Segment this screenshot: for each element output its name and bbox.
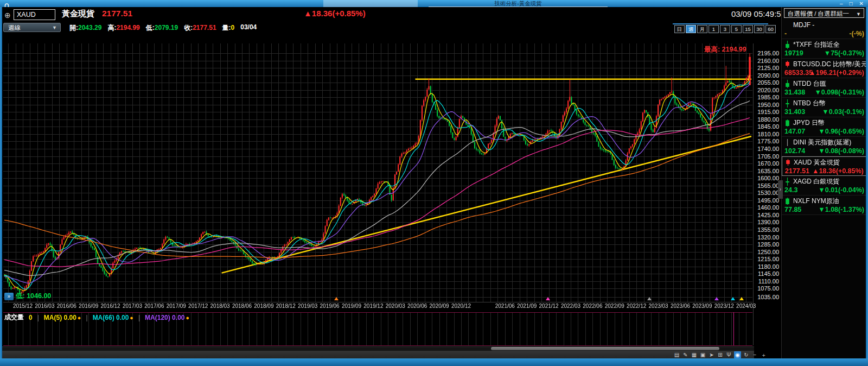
session-low-label: 低: 1046.00 <box>16 292 51 301</box>
price-tick: 1985.00 <box>754 94 779 100</box>
price-tick: 1145.00 <box>754 270 779 277</box>
bottom-toolbar: ▤✎▦▣➤⊞Ψ◉↻−＋ <box>2 351 754 358</box>
price-tick: 2160.00 <box>754 58 779 64</box>
price-tick: 1670.00 <box>754 160 779 167</box>
watchlist-item-BTCUSD.DC[interactable]: BTCUSD.DC 比特幣/美元68533.35▲196.21(+0.29%) <box>782 59 866 78</box>
ohlc-readout: 開:2043.29高:2194.99低:2079.19收:2177.51量:00… <box>69 23 257 33</box>
date-tick: 2020/09 <box>430 303 449 309</box>
chart-hscrollbar-thumb[interactable] <box>491 347 719 350</box>
refresh-icon[interactable]: ↻ <box>743 351 750 358</box>
instrument-label: XAGD 白銀現貨 <box>793 177 839 186</box>
date-tick: 2022/12 <box>627 303 646 309</box>
date-tick: 2024/03 <box>736 303 756 309</box>
period-button-1[interactable]: 1 <box>709 25 719 33</box>
watchlist-item-MDJF[interactable]: MDJF ---(-%) <box>782 20 866 39</box>
pointer-icon[interactable]: ➤ <box>708 351 715 358</box>
instrument-price: 24.3 <box>784 186 797 194</box>
price-tick: 1530.00 <box>754 190 779 196</box>
date-tick: 2020/06 <box>407 303 427 309</box>
date-tick: 2021/12 <box>539 303 559 309</box>
price-tick: 2020.00 <box>754 87 779 93</box>
layout-icon[interactable]: ⊞ <box>717 351 724 358</box>
instrument-change: ▼0.96(-0.65%) <box>818 128 864 135</box>
price-tick: 1425.00 <box>754 212 779 218</box>
zoom-in-icon[interactable]: ＋ <box>760 351 767 358</box>
crosshair-icon[interactable]: ⊕ <box>4 11 11 20</box>
period-button-週[interactable]: 週 <box>686 25 696 33</box>
chart-type-dropdown[interactable]: 週線▼ <box>3 23 61 32</box>
instrument-change: ▼75(-0.37%) <box>824 49 864 57</box>
period-button-30[interactable]: 30 <box>754 25 764 33</box>
date-tick: 2015/12 <box>13 303 33 309</box>
instrument-price: 77.85 <box>784 206 801 213</box>
main-chart-canvas[interactable] <box>2 34 754 346</box>
watchlist-item-XAUD[interactable]: XAUD 黃金現貨2177.51▲18.36(+0.85%) <box>782 156 866 176</box>
minimize-button[interactable]: – <box>840 0 843 7</box>
date-tick: 2021/06 <box>495 303 515 309</box>
date-tick: 2021/09 <box>517 303 537 309</box>
price-tick: 1950.00 <box>754 102 779 108</box>
instrument-price: 102.74 <box>784 147 805 155</box>
event-marker-icon <box>739 297 744 300</box>
expand-button[interactable]: » <box>4 293 14 300</box>
price-tick: 1600.00 <box>754 175 779 181</box>
panel-collapse-tab[interactable]: › <box>778 180 783 199</box>
price-tick: 1035.00 <box>754 294 779 300</box>
price-tick: 2090.00 <box>754 72 779 79</box>
instrument-change: ▼0.098(-0.31%) <box>814 89 864 96</box>
price-tick: 1285.00 <box>754 241 779 248</box>
date-tick: 2016/12 <box>101 303 120 309</box>
mini-candle-icon <box>785 197 790 205</box>
print-icon[interactable]: ▣ <box>699 351 706 358</box>
watchlist-item-DINI[interactable]: DINI 美元指數(延遲)102.74▼0.08(-0.08%) <box>782 137 866 156</box>
grid-icon[interactable]: ▦ <box>691 351 698 358</box>
period-button-日[interactable]: 日 <box>674 25 685 33</box>
date-tick: 2017/12 <box>188 303 208 309</box>
close-button[interactable]: ✕ <box>859 0 864 7</box>
watchlist-item-XAGD[interactable]: XAGD 白銀現貨24.3▼0.01(-0.04%) <box>782 176 866 195</box>
event-marker-icon <box>714 297 719 300</box>
event-marker-icon <box>546 297 550 300</box>
new-doc-icon[interactable]: ▤ <box>673 351 680 358</box>
volume-legend: 成交量0|MA(5) 0.00●|MA(66) 0.00●|MA(120) 0.… <box>4 313 189 322</box>
date-tick: 2023/03 <box>649 303 668 309</box>
date-tick: 2022/09 <box>605 303 624 309</box>
price-tick: 2055.00 <box>754 79 779 86</box>
titlebar[interactable]: 技術分析-黃金現貨 – □ ✕ <box>0 0 868 7</box>
mini-candle-icon <box>785 138 790 147</box>
watchlist-item-TXFF[interactable]: *TXFF 台指近全19719▼75(-0.37%) <box>782 39 866 59</box>
mini-candle-icon <box>785 60 790 68</box>
watchlist-group-dropdown[interactable]: 自選報價 / 自選群組一▼ <box>784 8 864 18</box>
watchlist-item-NXLF[interactable]: NXLF NYM原油77.85▼1.08(-1.37%) <box>782 195 866 215</box>
instrument-label: NTDD 台匯 <box>793 79 826 89</box>
volume-ma-item: MA(120) 0.00● <box>145 314 189 321</box>
mini-candle-icon <box>786 159 790 167</box>
symbol-input[interactable]: XAUD <box>14 9 55 20</box>
period-button-15[interactable]: 15 <box>743 25 753 33</box>
price-tick: 1740.00 <box>754 146 779 152</box>
restore-button[interactable]: □ <box>850 0 853 7</box>
instrument-change: ▼0.03(-0.1%) <box>822 108 864 116</box>
date-tick: 2016/09 <box>79 303 98 309</box>
bar-date: 03/04 <box>240 23 257 33</box>
instrument-label: DINI 美元指數(延遲) <box>793 138 851 147</box>
instrument-label: *TXFF 台指近全 <box>793 40 840 49</box>
instrument-price: 68533.35 <box>784 69 813 77</box>
date-tick: 2019/12 <box>363 303 383 309</box>
period-button-月[interactable]: 月 <box>697 25 707 33</box>
watchlist-item-NTDD[interactable]: NTDD 台匯31.438▼0.098(-0.31%) <box>782 78 866 98</box>
session-high-label: 最高: 2194.99 <box>671 45 746 54</box>
price-tick: 1845.00 <box>754 123 779 130</box>
period-button-3[interactable]: 3 <box>720 25 730 33</box>
zoom-out-icon[interactable]: − <box>751 351 758 358</box>
crosshair-eye-icon[interactable]: ◉ <box>734 351 741 358</box>
instrument-price: 2177.51 <box>785 167 809 175</box>
period-button-5[interactable]: 5 <box>731 25 742 33</box>
price-tick: 1215.00 <box>754 256 779 262</box>
indicator-icon[interactable]: Ψ <box>725 351 732 358</box>
watchlist-item-NTBD[interactable]: NTBD 台幣31.403▼0.03(-0.1%) <box>782 98 866 117</box>
instrument-label: NTBD 台幣 <box>793 99 826 108</box>
watchlist-item-JPYD[interactable]: JPYD 日幣147.07▼0.96(-0.65%) <box>782 117 866 137</box>
period-button-60[interactable]: 60 <box>765 25 776 33</box>
edit-icon[interactable]: ✎ <box>682 351 689 358</box>
